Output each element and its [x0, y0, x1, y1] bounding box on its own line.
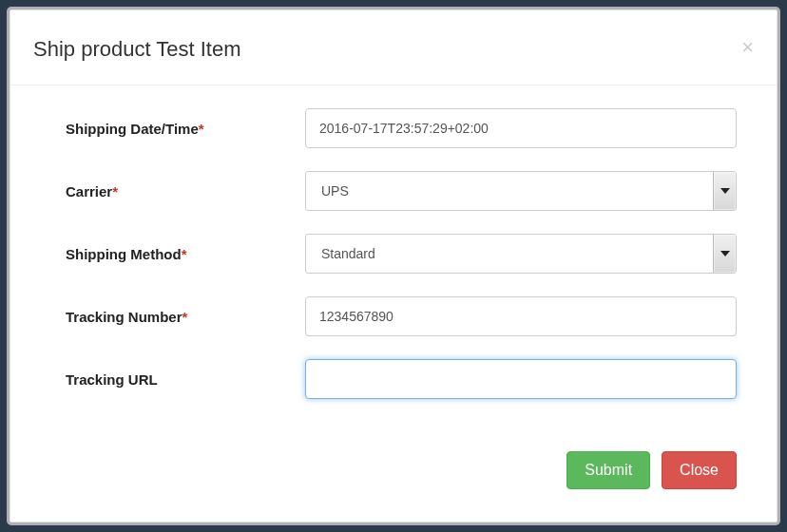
- tracking-number-input[interactable]: [305, 296, 737, 336]
- close-icon[interactable]: ×: [741, 37, 754, 58]
- shipping-method-select-value: Standard: [305, 234, 737, 274]
- label-carrier: Carrier*: [66, 183, 305, 200]
- ship-product-modal: Ship product Test Item × Shipping Date/T…: [10, 10, 777, 522]
- shipping-date-input[interactable]: [305, 108, 737, 148]
- label-tracking-number-text: Tracking Number: [66, 309, 182, 325]
- row-shipping-date: Shipping Date/Time*: [66, 108, 737, 148]
- tracking-url-input[interactable]: [305, 359, 737, 399]
- label-tracking-number: Tracking Number*: [66, 309, 305, 325]
- row-shipping-method: Shipping Method* Standard: [66, 234, 737, 274]
- required-mark: *: [182, 246, 187, 262]
- close-button[interactable]: Close: [662, 451, 737, 489]
- submit-button[interactable]: Submit: [566, 451, 650, 489]
- required-mark: *: [199, 121, 204, 137]
- chevron-down-icon: [713, 172, 736, 210]
- label-shipping-method-text: Shipping Method: [66, 246, 182, 262]
- label-shipping-method: Shipping Method*: [66, 246, 305, 262]
- label-shipping-date: Shipping Date/Time*: [66, 121, 305, 137]
- modal-footer: Submit Close: [10, 444, 777, 522]
- modal-title: Ship product Test Item: [33, 37, 241, 62]
- modal-body: Shipping Date/Time* Carrier* UPS: [10, 86, 777, 444]
- label-carrier-text: Carrier: [66, 183, 112, 200]
- row-tracking-number: Tracking Number*: [66, 296, 737, 336]
- label-tracking-url: Tracking URL: [66, 371, 305, 388]
- modal-backdrop: Ship product Test Item × Shipping Date/T…: [0, 0, 787, 532]
- carrier-select-value: UPS: [305, 171, 737, 211]
- label-shipping-date-text: Shipping Date/Time: [66, 121, 199, 137]
- row-tracking-url: Tracking URL: [66, 359, 737, 399]
- carrier-select[interactable]: UPS: [305, 171, 737, 211]
- chevron-down-icon: [713, 235, 736, 273]
- row-carrier: Carrier* UPS: [66, 171, 737, 211]
- required-mark: *: [112, 183, 118, 200]
- shipping-method-select[interactable]: Standard: [305, 234, 737, 274]
- modal-header: Ship product Test Item ×: [10, 10, 777, 86]
- label-tracking-url-text: Tracking URL: [66, 371, 158, 388]
- required-mark: *: [182, 309, 188, 325]
